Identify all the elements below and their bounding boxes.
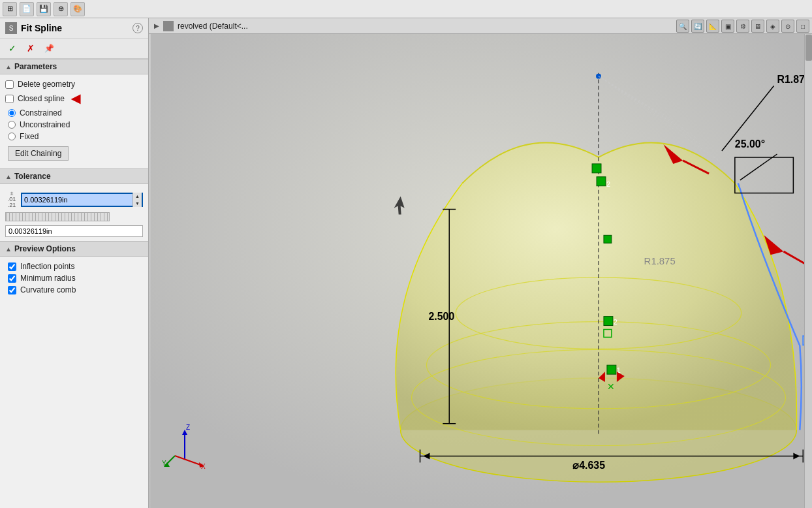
tolerance-icon: ±.01.21 bbox=[5, 191, 18, 208]
axis-indicator: Z X Y bbox=[162, 423, 208, 469]
tolerance-content: ±.01.21 ▲ ▼ bbox=[0, 184, 148, 241]
viewport-right-tools: 🔍 🔄 📐 ▣ ⚙ 🖥 ◈ ⊙ □ bbox=[676, 20, 809, 33]
svg-text:2.500: 2.500 bbox=[428, 311, 454, 322]
curvature-row: Curvature comb bbox=[5, 284, 143, 296]
parameters-section-header[interactable]: ▲ Parameters bbox=[0, 59, 148, 74]
delete-geometry-checkbox[interactable] bbox=[5, 80, 14, 89]
svg-text:⌀4.635: ⌀4.635 bbox=[572, 460, 605, 471]
fixed-label: Fixed bbox=[20, 132, 39, 141]
scene-svg: 2 2 1 ✕ R1.875 25.00° bbox=[149, 34, 812, 508]
toolbar-icon-doc[interactable]: 📄 bbox=[20, 2, 34, 16]
vp-tool-settings[interactable]: ⚙ bbox=[736, 20, 749, 33]
svg-rect-22 bbox=[607, 365, 616, 374]
inflection-row: Inflection points bbox=[5, 261, 143, 272]
svg-text:25.00°: 25.00° bbox=[735, 138, 765, 150]
vp-tool-zoom[interactable]: 🔄 bbox=[691, 20, 704, 33]
tree-arrow: ▶ bbox=[154, 22, 159, 29]
toolbar-icon-color[interactable]: 🎨 bbox=[70, 2, 85, 16]
svg-text:✕: ✕ bbox=[607, 381, 615, 392]
delete-geometry-label: Delete geometry bbox=[18, 80, 75, 89]
parameters-content: Delete geometry Closed spline ◀ Constrai… bbox=[0, 74, 148, 168]
unconstrained-label: Unconstrained bbox=[20, 120, 70, 129]
top-toolbar: ⊞ 📄 💾 ⊕ 🎨 bbox=[0, 0, 812, 18]
curvature-checkbox[interactable] bbox=[8, 286, 16, 294]
svg-text:X: X bbox=[201, 463, 206, 469]
ok-button[interactable]: ✓ bbox=[5, 41, 20, 56]
svg-rect-15 bbox=[592, 164, 601, 173]
parameters-label: Parameters bbox=[14, 62, 57, 71]
toolbar-icon-grid[interactable]: ⊞ bbox=[3, 2, 17, 16]
toolbar-icon-crosshair[interactable]: ⊕ bbox=[54, 2, 68, 16]
fit-spline-icon: S bbox=[5, 22, 17, 34]
fixed-radio[interactable] bbox=[8, 133, 16, 140]
tolerance-input-row: ±.01.21 ▲ ▼ bbox=[5, 188, 143, 211]
vp-tool-extra1[interactable]: ◈ bbox=[766, 20, 779, 33]
parameters-arrow: ▲ bbox=[5, 63, 12, 71]
inflection-checkbox[interactable] bbox=[8, 262, 16, 271]
svg-text:2: 2 bbox=[606, 180, 610, 188]
tolerance-slider[interactable] bbox=[5, 212, 110, 221]
svg-rect-16 bbox=[597, 177, 606, 186]
edit-chaining-button[interactable]: Edit Chaining bbox=[8, 146, 69, 161]
scrollbar-thumb[interactable] bbox=[805, 35, 812, 61]
tolerance-input[interactable] bbox=[22, 194, 133, 206]
tolerance-spinner: ▲ ▼ bbox=[133, 193, 142, 207]
action-row: ✓ ✗ 📌 bbox=[0, 39, 148, 59]
tolerance-value-input[interactable] bbox=[5, 225, 143, 237]
left-panel: S Fit Spline ? ✓ ✗ 📌 ▲ Parameters Delete… bbox=[0, 18, 149, 508]
svg-text:Y: Y bbox=[162, 460, 166, 467]
constrained-label: Constrained bbox=[20, 108, 62, 118]
unconstrained-radio[interactable] bbox=[8, 121, 16, 129]
closed-spline-row: Closed spline ◀ bbox=[5, 90, 143, 107]
panel-title: Fit Spline bbox=[21, 23, 129, 33]
closed-spline-checkbox[interactable] bbox=[5, 95, 14, 103]
svg-text:Z: Z bbox=[186, 424, 190, 431]
preview-content: Inflection points Minimum radius Curvatu… bbox=[0, 257, 148, 300]
constrained-radio[interactable] bbox=[8, 109, 16, 117]
vp-tool-pan[interactable]: 📐 bbox=[706, 20, 719, 33]
constrained-row: Constrained bbox=[5, 107, 143, 119]
tolerance-up-button[interactable]: ▲ bbox=[133, 193, 142, 200]
min-radius-checkbox[interactable] bbox=[8, 274, 16, 283]
svg-rect-19 bbox=[604, 317, 613, 326]
help-icon[interactable]: ? bbox=[133, 23, 143, 33]
fixed-row: Fixed bbox=[5, 131, 143, 142]
right-scrollbar[interactable] bbox=[804, 34, 812, 508]
vp-tool-display[interactable]: 🖥 bbox=[751, 20, 764, 33]
main-area: S Fit Spline ? ✓ ✗ 📌 ▲ Parameters Delete… bbox=[0, 18, 812, 508]
panel-title-row: S Fit Spline ? bbox=[0, 18, 148, 39]
red-arrow-annotation: ◀ bbox=[71, 91, 80, 106]
svg-line-52 bbox=[175, 456, 202, 466]
vp-tool-extra2[interactable]: ⊙ bbox=[781, 20, 794, 33]
tolerance-down-button[interactable]: ▼ bbox=[133, 200, 142, 207]
preview-arrow: ▲ bbox=[5, 246, 12, 253]
tolerance-section-header[interactable]: ▲ Tolerance bbox=[0, 168, 148, 184]
closed-spline-label: Closed spline bbox=[18, 94, 65, 103]
vp-tool-rotate[interactable]: 🔍 bbox=[676, 20, 689, 33]
tolerance-arrow: ▲ bbox=[5, 173, 12, 180]
viewport-tab-label: revolved (Default<... bbox=[178, 22, 248, 31]
cancel-button[interactable]: ✗ bbox=[23, 41, 38, 56]
preview-section-header[interactable]: ▲ Preview Options bbox=[0, 241, 148, 257]
tolerance-label: Tolerance bbox=[14, 172, 51, 181]
svg-text:2: 2 bbox=[614, 318, 617, 326]
unconstrained-row: Unconstrained bbox=[5, 119, 143, 131]
inflection-label: Inflection points bbox=[20, 262, 74, 271]
curvature-label: Curvature comb bbox=[20, 285, 76, 294]
tolerance-slider-track bbox=[6, 213, 109, 221]
toolbar-icon-save[interactable]: 💾 bbox=[37, 2, 51, 16]
viewport[interactable]: ▶ revolved (Default<... 🔍 🔄 📐 ▣ ⚙ 🖥 ◈ ⊙ … bbox=[149, 18, 812, 508]
min-radius-row: Minimum radius bbox=[5, 272, 143, 284]
preview-label: Preview Options bbox=[14, 244, 76, 253]
pin-button[interactable]: 📌 bbox=[42, 41, 56, 56]
tolerance-input-container: ▲ ▼ bbox=[21, 193, 143, 207]
svg-text:R1.875: R1.875 bbox=[644, 256, 676, 266]
svg-rect-18 bbox=[604, 235, 612, 243]
vp-tool-extra3[interactable]: □ bbox=[796, 20, 809, 33]
min-radius-label: Minimum radius bbox=[20, 274, 76, 283]
vp-tool-select[interactable]: ▣ bbox=[721, 20, 734, 33]
model-tab-icon bbox=[163, 21, 174, 31]
delete-geometry-row: Delete geometry bbox=[5, 78, 143, 90]
